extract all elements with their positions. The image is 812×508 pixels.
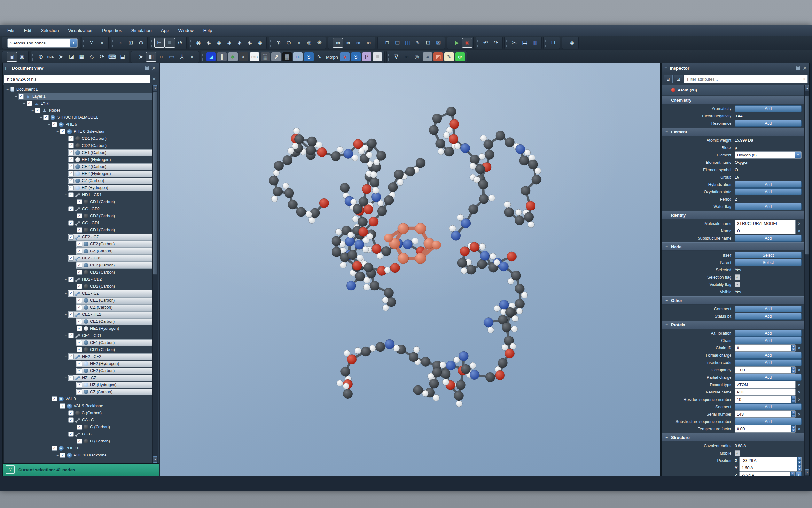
menu-selection[interactable]: Selection bbox=[36, 25, 64, 36]
shape-select-button[interactable]: ◇ bbox=[87, 52, 97, 62]
visibility-checkbox[interactable]: ✓ bbox=[68, 220, 74, 225]
section-header-other[interactable]: −Other bbox=[662, 296, 804, 304]
cut-button[interactable]: ✂ bbox=[509, 38, 520, 48]
lattice-creator-button[interactable]: ▦ bbox=[77, 52, 87, 62]
find-button[interactable]: ⌕ bbox=[115, 38, 126, 48]
visibility-flag-checkbox[interactable]: ✓ bbox=[735, 282, 740, 287]
expander-icon[interactable]: − bbox=[64, 277, 68, 282]
group-handle-icon[interactable] bbox=[506, 39, 508, 47]
clear-search-icon[interactable]: ✕ bbox=[151, 76, 157, 82]
tree-row[interactable]: −Document 1 bbox=[3, 86, 152, 93]
visibility-checkbox[interactable]: ✓ bbox=[68, 206, 74, 211]
copy-button[interactable]: ▤ bbox=[520, 38, 530, 48]
expander-icon[interactable]: − bbox=[5, 87, 10, 91]
resonance-button[interactable]: Add bbox=[735, 120, 802, 127]
menu-edit[interactable]: Edit bbox=[19, 25, 36, 36]
center-camera-button[interactable]: ◎ bbox=[304, 38, 314, 48]
paste-button[interactable]: ▥ bbox=[530, 38, 540, 48]
select-button[interactable]: ∵ bbox=[87, 38, 97, 48]
spinner-buttons[interactable]: ▲▼ bbox=[790, 472, 795, 476]
visibility-checkbox[interactable]: ✓ bbox=[68, 136, 74, 141]
tree-row[interactable]: −✓BVAL 9 Backbone bbox=[3, 403, 152, 410]
expander-icon[interactable]: − bbox=[664, 88, 668, 92]
tree-row[interactable]: −✓MSTRUCTURALMODEL bbox=[3, 114, 152, 121]
expander-icon[interactable]: − bbox=[64, 221, 68, 225]
samson-connect-icon[interactable]: S bbox=[304, 52, 314, 61]
visibility-checkbox[interactable]: ✓ bbox=[27, 101, 32, 106]
close-icon[interactable]: ✕ bbox=[152, 65, 156, 71]
delete-button[interactable]: ⊔ bbox=[548, 38, 559, 48]
visibility-checkbox[interactable]: ✓ bbox=[77, 389, 82, 394]
visibility-checkbox[interactable]: ✓ bbox=[52, 122, 57, 127]
expander-icon[interactable]: − bbox=[664, 130, 668, 134]
spinner-buttons[interactable]: ▲▼ bbox=[791, 411, 795, 418]
tree-row[interactable]: −✓CA - C bbox=[3, 417, 152, 424]
position-x-input[interactable]: -38.26 A▲▼ bbox=[739, 457, 802, 464]
rectangle-select-tool[interactable]: ◧ bbox=[146, 52, 156, 62]
spectrum-app-icon[interactable]: ◢ bbox=[206, 52, 216, 61]
visibility-checkbox[interactable]: ✓ bbox=[68, 312, 74, 317]
visibility-checkbox[interactable]: ✓ bbox=[77, 305, 82, 310]
group-handle-icon[interactable] bbox=[564, 39, 565, 47]
expander-icon[interactable]: − bbox=[30, 108, 35, 113]
hybridization-button[interactable]: Add bbox=[735, 181, 802, 188]
axis-tool[interactable]: ⅄ bbox=[177, 52, 187, 62]
filter-app-icon[interactable]: ∇ bbox=[391, 52, 401, 62]
expander-icon[interactable]: − bbox=[55, 404, 59, 408]
expander-icon[interactable]: − bbox=[64, 432, 68, 436]
record-type-clear-icon[interactable]: ✕ bbox=[796, 382, 802, 387]
group-handle-icon[interactable] bbox=[477, 39, 479, 47]
tree-row[interactable]: ✓CD1 (Carbon) bbox=[3, 346, 152, 353]
tree-row[interactable]: ✓CE1 (Carbon) bbox=[3, 297, 152, 304]
view-bottom-button[interactable]: ◈ bbox=[255, 38, 265, 48]
tree-row[interactable]: −✓◆Layer 1 bbox=[3, 93, 152, 100]
tree-row[interactable]: ✓CE2 (Carbon) bbox=[3, 367, 152, 374]
visibility-checkbox[interactable]: ✓ bbox=[77, 368, 82, 373]
visibility-checkbox[interactable]: ✓ bbox=[44, 115, 49, 120]
tree-row[interactable]: ✓HE2 (Hydrogen) bbox=[3, 170, 152, 177]
tree-row[interactable]: ✓HZ (Hydrogen) bbox=[3, 184, 152, 191]
status-bit-button[interactable]: Add bbox=[735, 313, 802, 320]
position-y-input[interactable]: 1.50 A▲▼ bbox=[739, 464, 802, 471]
zoom-region-button[interactable]: ⌕ bbox=[294, 38, 304, 48]
view-top-button[interactable]: ◈ bbox=[245, 38, 255, 48]
molecule-name-input[interactable]: STRUCTURALMODEL bbox=[735, 220, 796, 227]
visibility-checkbox[interactable]: ✓ bbox=[35, 108, 40, 113]
substructure-name-button[interactable]: Add bbox=[735, 235, 802, 242]
surface-app-icon[interactable]: ◩ bbox=[433, 52, 443, 61]
tree-row[interactable]: −✓HE2 - CE2 bbox=[3, 353, 152, 360]
menu-file[interactable]: File bbox=[3, 25, 19, 36]
tree-row[interactable]: ✓CZ (Carbon) bbox=[3, 177, 152, 184]
group-handle-icon[interactable] bbox=[379, 39, 380, 47]
itself-button[interactable]: Select bbox=[735, 252, 802, 258]
periodic-table-button[interactable]: ▤ bbox=[117, 52, 128, 62]
visibility-checkbox[interactable]: ✓ bbox=[68, 171, 74, 176]
group-handle-icon[interactable] bbox=[270, 39, 272, 47]
bird-app-icon[interactable]: ⇗ bbox=[272, 52, 281, 61]
zoom-out-button[interactable]: ⊖ bbox=[284, 38, 294, 48]
group-handle-icon[interactable] bbox=[202, 53, 204, 61]
visibility-checkbox[interactable]: ✓ bbox=[77, 298, 82, 303]
visibility-checkbox[interactable]: ✓ bbox=[60, 453, 65, 458]
formal-charge-button[interactable]: Add bbox=[735, 352, 802, 358]
group-handle-icon[interactable] bbox=[151, 39, 153, 47]
pattern-app-icon[interactable]: ▓ bbox=[282, 52, 292, 61]
pointer-tool[interactable]: ➤ bbox=[136, 52, 146, 62]
tree-row[interactable]: ✓C (Carbon) bbox=[3, 410, 152, 417]
visibility-checkbox[interactable]: ✓ bbox=[77, 270, 82, 275]
tree-row[interactable]: −✓RPHE 10 bbox=[3, 444, 152, 452]
name-input[interactable]: O bbox=[735, 227, 796, 235]
trajectory-app-icon[interactable]: ∨ bbox=[340, 52, 350, 61]
tree-row[interactable]: −✓♟Nodes bbox=[3, 107, 152, 114]
fullerene-app-icon[interactable]: ◐ bbox=[239, 52, 248, 61]
save-viewport-button[interactable]: ◉ bbox=[17, 52, 27, 62]
proline-app-icon[interactable]: P bbox=[362, 52, 372, 61]
group-handle-icon[interactable] bbox=[84, 39, 85, 47]
tree-row[interactable]: ✓CZ (Carbon) bbox=[3, 248, 152, 255]
expander-icon[interactable]: − bbox=[64, 207, 68, 211]
tree-row[interactable]: −✓BPHE 10 Backbone bbox=[3, 452, 152, 459]
residue-sequence-number-clear-icon[interactable]: ✕ bbox=[796, 397, 802, 402]
viewport-settings-button[interactable]: ▣ bbox=[7, 52, 17, 62]
tree-row[interactable]: ✓CZ (Carbon) bbox=[3, 304, 152, 311]
insertion-code-button[interactable]: Add bbox=[735, 359, 802, 366]
